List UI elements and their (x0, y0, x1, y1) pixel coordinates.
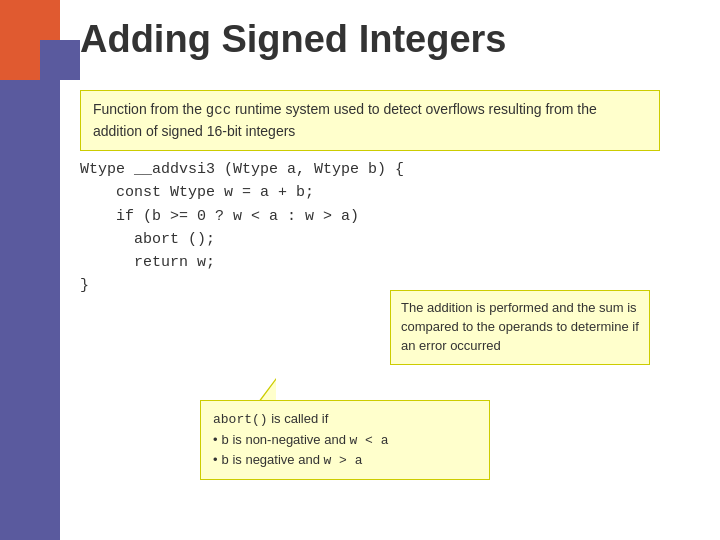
callout-line1: abort() is called if (213, 409, 477, 430)
code-block: Wtype __addvsi3 (Wtype a, Wtype b) { con… (80, 158, 404, 298)
annotation-box: The addition is performed and the sum is… (390, 290, 650, 365)
code-line-2: const Wtype w = a + b; (80, 181, 404, 204)
gcc-code: gcc (206, 102, 231, 118)
info-box-text: Function from the gcc runtime system use… (93, 101, 597, 139)
callout-box: abort() is called if • b is non-negative… (200, 400, 490, 480)
bullet-icon-1: • (213, 430, 218, 450)
callout-bullet1-text: b is non-negative and w < a (222, 430, 389, 451)
code-line-5: return w; (80, 251, 404, 274)
callout-bullet2-text: b is negative and w > a (222, 450, 363, 471)
info-box: Function from the gcc runtime system use… (80, 90, 660, 151)
code-line-6: } (80, 274, 404, 297)
callout-bullet2: • b is negative and w > a (213, 450, 477, 471)
annotation-text: The addition is performed and the sum is… (401, 300, 639, 353)
accent-bottom (0, 80, 60, 540)
bullet-icon-2: • (213, 450, 218, 470)
page-title: Adding Signed Integers (80, 18, 506, 61)
code-line-3: if (b >= 0 ? w < a : w > a) (80, 205, 404, 228)
square-purple (40, 40, 80, 80)
code-line-4: abort (); (80, 228, 404, 251)
callout-bullet1: • b is non-negative and w < a (213, 430, 477, 451)
code-line-1: Wtype __addvsi3 (Wtype a, Wtype b) { (80, 158, 404, 181)
